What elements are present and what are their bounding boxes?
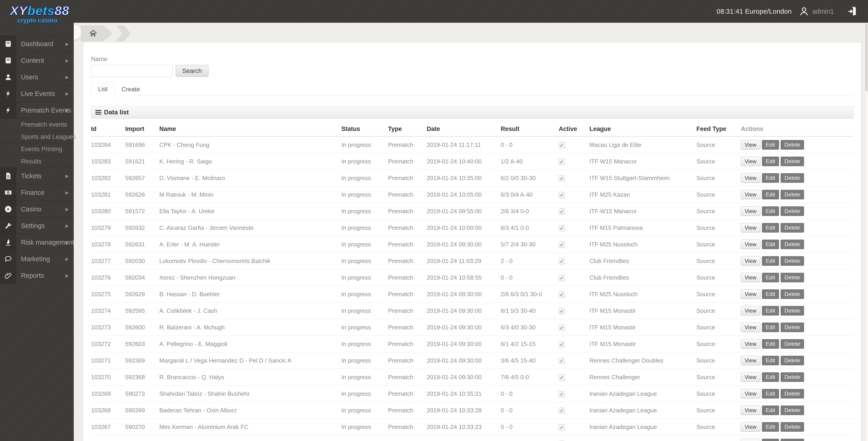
active-checkbox[interactable]: ✓ (559, 308, 565, 314)
delete-button[interactable]: Delete (781, 157, 804, 166)
view-button[interactable]: View (741, 323, 761, 332)
delete-button[interactable]: Delete (781, 389, 804, 399)
sidebar-item-casino[interactable]: Casino▶ (0, 201, 74, 217)
view-button[interactable]: View (741, 406, 761, 415)
delete-button[interactable]: Delete (781, 140, 804, 149)
view-button[interactable]: View (741, 206, 761, 216)
active-checkbox[interactable]: ✓ (559, 358, 565, 364)
scrollbar-thumb[interactable] (865, 23, 868, 91)
active-checkbox[interactable]: ✓ (559, 142, 565, 148)
delete-button[interactable]: Delete (781, 422, 804, 432)
edit-button[interactable]: Edit (762, 389, 779, 399)
view-button[interactable]: View (741, 356, 761, 365)
edit-button[interactable]: Edit (762, 306, 779, 315)
sidebar-item-tickets[interactable]: Tickets▶ (0, 168, 74, 184)
tab-create[interactable]: Create (115, 83, 147, 96)
delete-button[interactable]: Delete (781, 439, 804, 441)
view-button[interactable]: View (741, 190, 761, 199)
tab-list[interactable]: List (91, 83, 115, 96)
user-menu[interactable]: admin1 (799, 6, 834, 17)
edit-button[interactable]: Edit (762, 223, 779, 233)
edit-button[interactable]: Edit (762, 356, 779, 365)
active-checkbox[interactable]: ✓ (559, 341, 565, 347)
sidebar-item-marketing[interactable]: Marketing▶ (0, 250, 74, 267)
active-checkbox[interactable]: ✓ (559, 258, 565, 264)
view-button[interactable]: View (741, 256, 761, 266)
delete-button[interactable]: Delete (781, 223, 804, 233)
sidebar-item-reports[interactable]: Reports▶ (0, 267, 74, 284)
delete-button[interactable]: Delete (781, 306, 804, 315)
delete-button[interactable]: Delete (781, 190, 804, 199)
sidebar-item-results[interactable]: Results (0, 155, 74, 168)
active-checkbox[interactable]: ✓ (559, 225, 565, 231)
active-checkbox[interactable]: ✓ (559, 159, 565, 165)
delete-button[interactable]: Delete (781, 323, 804, 332)
active-checkbox[interactable]: ✓ (559, 391, 565, 397)
active-checkbox[interactable]: ✓ (559, 424, 565, 430)
view-button[interactable]: View (741, 157, 761, 166)
sidebar-item-settings[interactable]: Settings▶ (0, 217, 74, 234)
active-checkbox[interactable]: ✓ (559, 192, 565, 198)
delete-button[interactable]: Delete (781, 206, 804, 216)
edit-button[interactable]: Edit (762, 372, 779, 382)
edit-button[interactable]: Edit (762, 256, 779, 266)
active-checkbox[interactable]: ✓ (559, 208, 565, 214)
edit-button[interactable]: Edit (762, 240, 779, 249)
delete-button[interactable]: Delete (781, 356, 804, 365)
edit-button[interactable]: Edit (762, 190, 779, 199)
delete-button[interactable]: Delete (781, 240, 804, 249)
delete-button[interactable]: Delete (781, 256, 804, 266)
active-checkbox[interactable]: ✓ (559, 325, 565, 331)
delete-button[interactable]: Delete (781, 372, 804, 382)
view-button[interactable]: View (741, 223, 761, 233)
sidebar-item-finance[interactable]: Finance▶ (0, 184, 74, 201)
view-button[interactable]: View (741, 140, 761, 149)
active-checkbox[interactable]: ✓ (559, 275, 565, 281)
edit-button[interactable]: Edit (762, 157, 779, 166)
sidebar-item-prematch-events[interactable]: Prematch events (0, 118, 74, 131)
view-button[interactable]: View (741, 439, 761, 441)
edit-button[interactable]: Edit (762, 323, 779, 332)
sidebar-item-users[interactable]: Users▶ (0, 69, 74, 85)
breadcrumb-home[interactable] (81, 26, 112, 41)
view-button[interactable]: View (741, 290, 761, 299)
edit-button[interactable]: Edit (762, 140, 779, 149)
delete-button[interactable]: Delete (781, 173, 804, 183)
view-button[interactable]: View (741, 306, 761, 315)
page-scrollbar[interactable] (865, 23, 868, 441)
view-button[interactable]: View (741, 389, 761, 399)
edit-button[interactable]: Edit (762, 339, 779, 349)
sidebar-item-prematch-events[interactable]: Prematch Events▶ (0, 102, 74, 118)
active-checkbox[interactable]: ✓ (559, 292, 565, 298)
logout-icon[interactable] (847, 6, 858, 16)
edit-button[interactable]: Edit (762, 273, 779, 282)
sidebar-item-content[interactable]: Content▶ (0, 52, 74, 69)
view-button[interactable]: View (741, 173, 761, 183)
sidebar-item-events-printing[interactable]: Events Printing (0, 143, 74, 155)
delete-button[interactable]: Delete (781, 339, 804, 349)
active-checkbox[interactable]: ✓ (559, 374, 565, 380)
sidebar-item-sports-and-leagues[interactable]: Sports and Leagues (0, 131, 74, 143)
view-button[interactable]: View (741, 339, 761, 349)
view-button[interactable]: View (741, 372, 761, 382)
edit-button[interactable]: Edit (762, 406, 779, 415)
edit-button[interactable]: Edit (762, 439, 779, 441)
delete-button[interactable]: Delete (781, 273, 804, 282)
edit-button[interactable]: Edit (762, 290, 779, 299)
delete-button[interactable]: Delete (781, 290, 804, 299)
sidebar-item-risk-management[interactable]: Risk management▶ (0, 234, 74, 250)
active-checkbox[interactable]: ✓ (559, 242, 565, 248)
sidebar-item-live-events[interactable]: Live Events▶ (0, 85, 74, 102)
delete-button[interactable]: Delete (781, 406, 804, 415)
search-button[interactable]: Search (176, 65, 209, 77)
sidebar-item-dashboard[interactable]: Dashboard▶ (0, 35, 74, 52)
active-checkbox[interactable]: ✓ (559, 175, 565, 181)
view-button[interactable]: View (741, 422, 761, 432)
view-button[interactable]: View (741, 273, 761, 282)
edit-button[interactable]: Edit (762, 173, 779, 183)
active-checkbox[interactable]: ✓ (559, 408, 565, 414)
edit-button[interactable]: Edit (762, 422, 779, 432)
edit-button[interactable]: Edit (762, 206, 779, 216)
name-filter-input[interactable] (91, 65, 173, 77)
view-button[interactable]: View (741, 240, 761, 249)
